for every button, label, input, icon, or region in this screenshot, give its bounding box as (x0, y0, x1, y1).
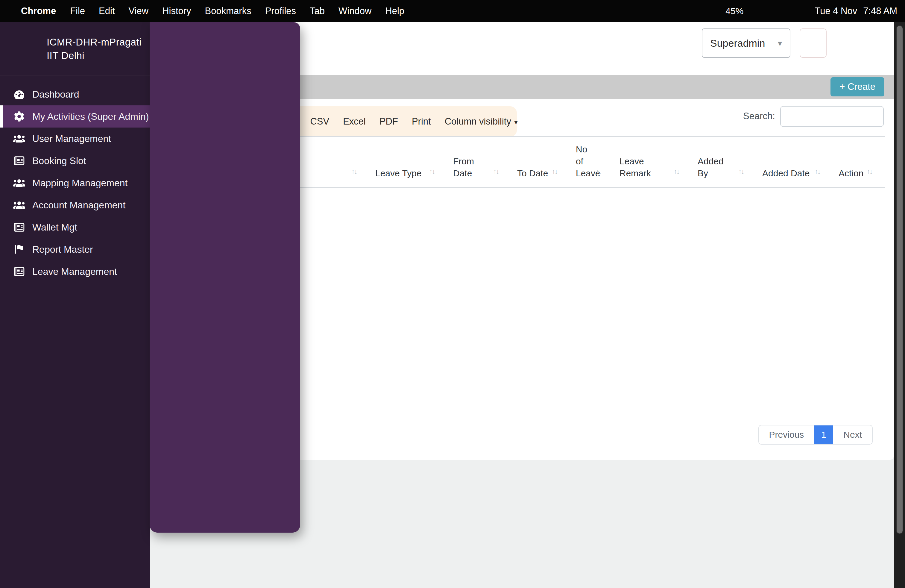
sidebar-item[interactable]: Wallet Mgt (0, 216, 150, 238)
dashboard-icon (13, 88, 25, 100)
menubar-item[interactable]: Tab (303, 6, 332, 16)
column-visibility-button[interactable]: Column visibility▾ (445, 116, 518, 127)
column-header-label: To Date (517, 168, 548, 178)
sort-icon: ↑↓ (595, 165, 601, 178)
sidebar-header: ICMR-DHR-mPragati IIT Delhi (0, 22, 150, 75)
sidebar-item-label: Wallet Mgt (32, 222, 77, 233)
column-header-label: Added Date (762, 168, 810, 178)
column-header-label: Action (838, 168, 864, 178)
battery-percentage: 45% (726, 6, 743, 16)
menubar-item[interactable]: Window (332, 6, 378, 16)
app-title-line2: IIT Delhi (47, 49, 141, 62)
icmr-iit-delhi-logo (5, 30, 42, 67)
pagination-previous[interactable]: Previous (759, 426, 814, 444)
export-button[interactable]: CSV (310, 116, 329, 127)
browser-scrollbar (894, 22, 905, 588)
chevron-down-icon: ▾ (514, 118, 518, 126)
menubar-item[interactable]: Profiles (258, 6, 303, 16)
scrollbar-thumb[interactable] (896, 25, 903, 534)
menubar-item[interactable]: View (122, 6, 156, 16)
column-header[interactable]: Added Date ↑↓ (756, 137, 833, 188)
gear-icon (13, 110, 25, 122)
column-header[interactable]: Leave Remark ↑↓ (613, 137, 692, 188)
sort-icon: ↑↓ (552, 165, 557, 178)
menubar-date: Tue 4 Nov (814, 6, 857, 16)
menubar-item[interactable]: File (63, 6, 92, 16)
column-header[interactable]: To Date ↑↓ (511, 137, 570, 188)
pagination-current-page[interactable]: 1 (814, 426, 833, 444)
sidebar-item-label: User Management (32, 133, 111, 144)
column-header-label: From Date (453, 156, 474, 178)
pagination-next[interactable]: Next (833, 426, 872, 444)
sidebar-item[interactable]: Report Master (0, 238, 150, 261)
search-input[interactable] (780, 106, 884, 127)
menubar-app-name[interactable]: Chrome (14, 6, 63, 16)
column-header[interactable]: No of Leave ↑↓ (570, 137, 613, 188)
column-header[interactable]: Action ↑↓ (833, 137, 885, 188)
create-button[interactable]: + Create (830, 77, 884, 96)
column-header-label: Leave Type (375, 168, 422, 178)
menubar-time: 7:48 AM (863, 6, 897, 16)
column-visibility-label: Column visibility (445, 116, 511, 127)
my-activities-flyout-menu (150, 22, 300, 532)
column-header-label: Added By (698, 156, 724, 178)
export-button[interactable]: Print (412, 116, 431, 127)
sidebar-nav: Dashboard My Activities (Super Admin) Us… (0, 83, 150, 283)
app-title-line1: ICMR-DHR-mPragati (47, 35, 141, 49)
sidebar-item[interactable]: User Management (0, 127, 150, 150)
menubar-clock[interactable]: Tue 4 Nov 7:48 AM (814, 6, 897, 16)
column-header[interactable]: Added By ↑↓ (692, 137, 756, 188)
list-icon (13, 221, 25, 233)
column-header[interactable]: Leave Type ↑↓ (369, 137, 447, 188)
sidebar: ICMR-DHR-mPragati IIT Delhi Dashboard My… (0, 22, 150, 588)
column-header-label: Leave Remark (619, 156, 651, 178)
menubar-item[interactable]: History (155, 6, 198, 16)
sort-icon: ↑↓ (351, 165, 357, 178)
export-button[interactable]: Excel (343, 116, 366, 127)
profile-button[interactable] (800, 29, 827, 58)
menubar-item[interactable]: Help (378, 6, 411, 16)
column-header[interactable]: From Date ↑↓ (447, 137, 511, 188)
sidebar-item-label: Mapping Management (32, 178, 127, 189)
sort-icon: ↑↓ (429, 165, 435, 178)
sort-icon: ↑↓ (738, 165, 744, 178)
sidebar-item[interactable]: Account Management (0, 194, 150, 216)
sidebar-item-label: Booking Slot (32, 156, 86, 167)
flag-icon (13, 243, 25, 255)
sidebar-item-label: Leave Management (32, 266, 117, 277)
users-icon (13, 199, 25, 211)
sidebar-item-label: My Activities (Super Admin) (32, 111, 149, 122)
list-icon (13, 155, 25, 167)
menubar-item[interactable]: Bookmarks (198, 6, 258, 16)
search-label: Search: (743, 111, 775, 122)
export-button[interactable]: PDF (379, 116, 398, 127)
role-select-value: Superadmin (710, 37, 765, 49)
sort-icon: ↑↓ (674, 165, 679, 178)
menubar-item[interactable]: Edit (92, 6, 122, 16)
chevron-down-icon: ▾ (778, 38, 782, 48)
role-select[interactable]: Superadmin ▾ (702, 29, 791, 58)
sort-icon: ↑↓ (814, 165, 820, 178)
sidebar-item[interactable]: Mapping Management (0, 172, 150, 194)
users-icon (13, 177, 25, 189)
users-icon (13, 133, 25, 145)
pagination: Previous 1 Next (758, 425, 873, 445)
sort-icon: ↑↓ (867, 165, 872, 178)
sidebar-item[interactable]: Leave Management (0, 261, 150, 283)
sidebar-item[interactable]: My Activities (Super Admin) (0, 105, 150, 127)
sidebar-item-label: Report Master (32, 244, 93, 255)
sort-icon: ↑↓ (493, 165, 499, 178)
sidebar-item-label: Account Management (32, 200, 125, 211)
sidebar-item-label: Dashboard (32, 89, 79, 100)
list-icon (13, 265, 25, 278)
sidebar-item[interactable]: Booking Slot (0, 150, 150, 172)
macos-menubar: Chrome FileEditViewHistoryBookmarksProfi… (0, 0, 905, 22)
sidebar-item[interactable]: Dashboard (0, 83, 150, 105)
app-title: ICMR-DHR-mPragati IIT Delhi (47, 35, 141, 62)
